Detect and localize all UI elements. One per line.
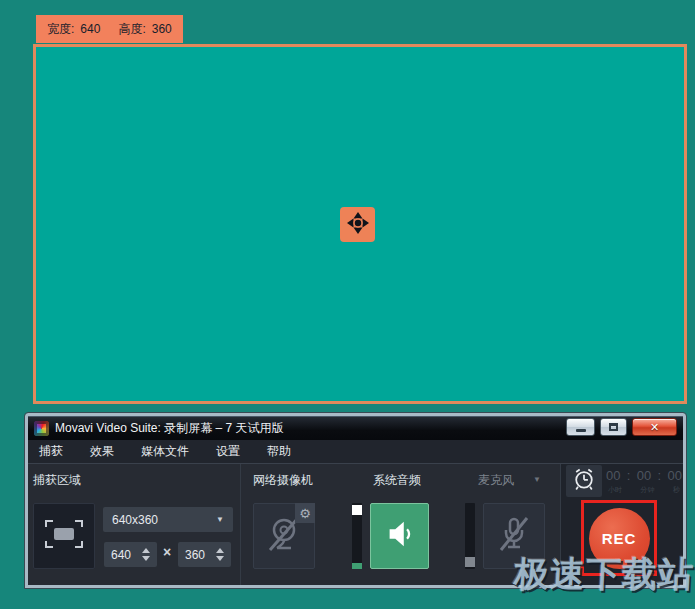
microphone-toggle-button[interactable]: [483, 503, 545, 569]
close-icon: ✕: [650, 422, 659, 433]
capture-area-label: 捕获区域: [33, 472, 81, 489]
height-spinner-value: 360: [185, 548, 205, 562]
slider-fill: [352, 563, 362, 569]
capture-frame-icon: [43, 518, 85, 554]
movavi-recorder-window: Movavi Video Suite: 录制屏幕 – 7 天试用版 ✕ 捕获 效…: [25, 413, 686, 588]
speaker-icon: [383, 517, 417, 555]
height-value: 360: [152, 22, 172, 36]
width-spinner-value: 640: [111, 548, 131, 562]
recording-timer: 00 : 00 : 00 小时 分钟 秒: [606, 468, 682, 495]
width-spinner-arrows[interactable]: [142, 548, 150, 561]
slider-handle[interactable]: [465, 557, 475, 567]
webcam-label: 网络摄像机: [253, 472, 313, 489]
timer-separator: :: [627, 468, 631, 483]
width-label: 宽度:: [47, 21, 74, 38]
record-section: 00 : 00 : 00 小时 分钟 秒 REC: [560, 464, 683, 585]
system-audio-label: 系统音频: [373, 472, 421, 489]
menu-settings[interactable]: 设置: [216, 443, 240, 460]
timer-minutes-unit: 分钟: [641, 485, 655, 495]
slider-handle[interactable]: [352, 505, 362, 515]
capture-size-value: 640x360: [112, 513, 158, 527]
spin-down-icon: [216, 556, 224, 561]
alarm-clock-icon: [571, 466, 597, 496]
spin-up-icon: [216, 548, 224, 553]
section-divider: [240, 464, 241, 585]
timer-hours: 00: [606, 468, 620, 483]
chevron-down-icon: ▼: [216, 515, 224, 524]
desktop: 宽度: 640 高度: 360 Movavi Video Suite: 录制屏幕…: [0, 0, 695, 609]
capture-size-dropdown[interactable]: 640x360 ▼: [103, 507, 233, 532]
menu-capture[interactable]: 捕获: [39, 443, 63, 460]
rec-button[interactable]: REC: [589, 508, 650, 569]
timer-minutes: 00: [637, 468, 651, 483]
menubar: 捕获 效果 媒体文件 设置 帮助: [28, 440, 683, 464]
timer-seconds-unit: 秒: [673, 485, 680, 495]
microphone-volume-slider[interactable]: [465, 503, 475, 569]
app-icon: [34, 421, 49, 436]
system-audio-toggle-button[interactable]: [370, 503, 429, 569]
maximize-button[interactable]: [600, 418, 627, 436]
minimize-icon: [576, 429, 586, 432]
height-spinner[interactable]: 360: [178, 542, 231, 567]
menu-media-files[interactable]: 媒体文件: [141, 443, 189, 460]
timer-seconds: 00: [668, 468, 682, 483]
height-spinner-arrows[interactable]: [216, 548, 224, 561]
maximize-icon: [609, 423, 618, 431]
menu-help[interactable]: 帮助: [267, 443, 291, 460]
close-button[interactable]: ✕: [632, 418, 677, 436]
region-move-handle[interactable]: [340, 207, 375, 242]
window-controls: ✕: [566, 418, 677, 436]
minimize-button[interactable]: [566, 418, 595, 436]
menu-effects[interactable]: 效果: [90, 443, 114, 460]
schedule-button[interactable]: [566, 465, 602, 497]
timer-hours-unit: 小时: [608, 485, 622, 495]
webcam-settings-button[interactable]: ⚙: [295, 503, 315, 523]
times-symbol: ×: [163, 544, 171, 560]
gear-icon: ⚙: [299, 507, 311, 520]
microphone-label: 麦克风: [478, 472, 514, 489]
window-title: Movavi Video Suite: 录制屏幕 – 7 天试用版: [55, 420, 284, 437]
webcam-toggle-button[interactable]: ⚙: [253, 503, 315, 569]
move-icon: [346, 211, 370, 239]
titlebar[interactable]: Movavi Video Suite: 录制屏幕 – 7 天试用版 ✕: [28, 416, 683, 440]
control-panel: 捕获区域 640x360 ▼ 640: [28, 464, 683, 585]
system-audio-volume-slider[interactable]: [352, 503, 362, 569]
timer-separator: :: [658, 468, 662, 483]
spin-up-icon: [142, 548, 150, 553]
width-spinner[interactable]: 640: [104, 542, 157, 567]
height-label: 高度:: [118, 21, 145, 38]
microphone-off-icon: [494, 514, 534, 558]
select-capture-area-button[interactable]: [33, 503, 95, 569]
rec-highlight-box: REC: [581, 500, 657, 576]
width-value: 640: [80, 22, 100, 36]
microphone-chevron-down-icon[interactable]: ▼: [533, 475, 541, 484]
spin-down-icon: [142, 556, 150, 561]
capture-size-label: 宽度: 640 高度: 360: [36, 15, 183, 43]
